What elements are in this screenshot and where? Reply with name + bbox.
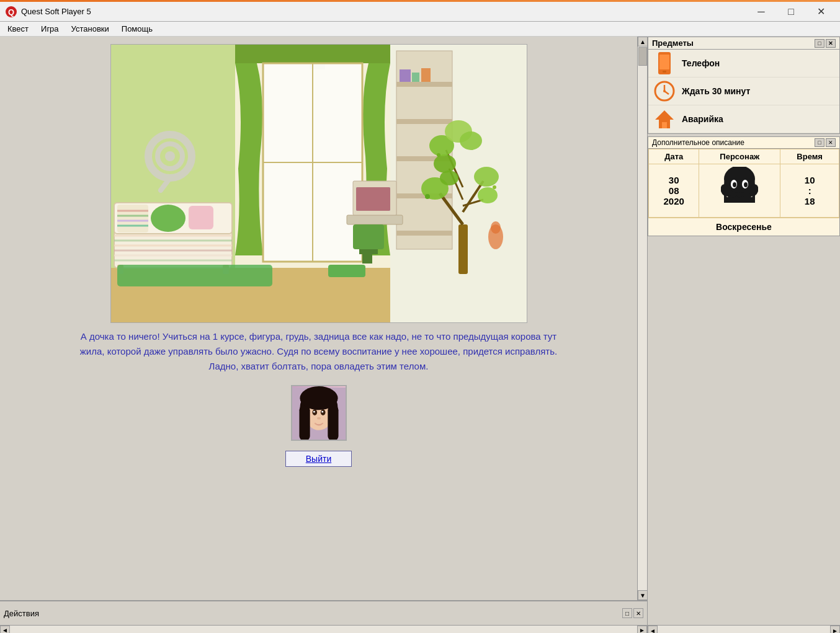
menu-bar: Квест Игра Установки Помощь [0,22,840,37]
svg-rect-67 [362,254,367,263]
game-description: А дочка то ничего! Учиться на 1 курсе, ф… [71,329,567,374]
title-left: Q Quest Soft Player 5 [5,6,91,18]
day-of-week: Воскресенье [648,218,839,236]
scroll-track[interactable] [638,46,647,590]
svg-rect-93 [662,122,667,128]
room-scene-image [110,44,527,323]
actions-minimize-btn[interactable]: □ [622,608,632,618]
title-controls: ─ □ ✕ [747,2,835,22]
main-layout: А дочка то ничего! Учиться на 1 курсе, ф… [0,37,840,633]
desc-panel-header: Дополнительное описание □ ✕ [648,137,839,149]
time-value-cell: 10 : 18 [780,164,839,218]
svg-point-31 [434,154,456,173]
character-portrait[interactable] [291,385,347,441]
svg-rect-19 [396,231,452,236]
svg-rect-69 [328,265,365,277]
actions-label: Действия [4,609,39,618]
scroll-up-arrow[interactable]: ▲ [638,37,647,46]
actions-panel-controls: □ ✕ [622,608,643,618]
sidebar-hscroll-track[interactable] [658,626,830,633]
time-column-header: Время [780,149,839,164]
main-scrollbar: ▲ ▼ [637,37,647,600]
svg-point-98 [733,182,736,187]
items-panel-header: Предметы □ ✕ [648,37,839,50]
svg-point-91 [663,90,666,92]
svg-rect-23 [458,224,468,274]
desc-panel: Дополнительное описание □ ✕ Дата Персона… [648,136,840,236]
time-hour: 10 [805,175,815,185]
svg-point-99 [744,182,748,187]
scroll-right-arrow[interactable]: ► [637,626,647,634]
exit-button[interactable]: Выйти [285,451,352,467]
actions-close-btn[interactable]: ✕ [633,608,643,618]
svg-point-36 [440,170,458,185]
bottom-scrollbar: ◄ ► [0,625,647,633]
title-bar: Q Quest Soft Player 5 ─ □ ✕ [0,2,840,22]
svg-point-38 [493,185,496,189]
svg-point-81 [317,417,321,420]
right-sidebar: Предметы □ ✕ Телефон [648,37,840,633]
svg-point-39 [437,153,440,157]
close-button[interactable]: ✕ [806,2,835,22]
svg-point-79 [313,411,315,413]
menu-quest[interactable]: Квест [2,23,34,35]
svg-rect-68 [367,254,372,263]
svg-rect-86 [659,55,669,69]
room-svg [111,45,527,323]
desc-table: Дата Персонаж Время 30 08 2020 [648,149,839,218]
svg-rect-82 [299,405,310,441]
menu-settings[interactable]: Установки [66,23,114,35]
desc-header-controls: □ ✕ [815,138,836,147]
time-minute: 18 [805,196,815,206]
items-minimize-btn[interactable]: □ [815,39,824,48]
svg-point-58 [151,205,185,232]
app-title: Quest Soft Player 5 [21,7,91,16]
svg-point-30 [474,167,499,187]
svg-point-41 [491,221,501,234]
svg-rect-59 [189,206,213,229]
emergency-item-name: Аварийка [682,114,723,124]
actions-panel: Действия □ ✕ [0,600,647,625]
svg-rect-61 [347,215,403,224]
menu-help[interactable]: Помощь [117,23,158,35]
clock-icon [653,80,676,102]
inventory-item-phone[interactable]: Телефон [648,50,839,77]
menu-game[interactable]: Игра [36,23,64,35]
svg-rect-16 [396,119,452,124]
desc-minimize-btn[interactable]: □ [815,138,824,147]
date-day: 30 [669,175,679,185]
items-header-controls: □ ✕ [815,39,836,48]
scroll-thumb[interactable] [638,47,647,66]
svg-rect-87 [663,71,666,73]
svg-rect-20 [400,69,411,82]
items-close-btn[interactable]: ✕ [826,39,836,48]
date-year: 2020 [664,196,684,206]
time-separator: : [808,185,811,196]
game-content: А дочка то ничего! Учиться на 1 курсе, ф… [0,37,637,526]
svg-rect-64 [356,187,390,211]
svg-point-72 [165,151,175,161]
svg-rect-53 [117,205,148,232]
items-panel-title: Предметы [652,38,694,48]
game-scroll-area[interactable]: А дочка то ничего! Учиться на 1 курсе, ф… [0,37,637,600]
desc-close-btn[interactable]: ✕ [826,138,836,147]
scroll-left-arrow[interactable]: ◄ [0,626,10,634]
minimize-button[interactable]: ─ [747,2,775,22]
inventory-item-wait[interactable]: Ждать 30 минут [648,77,839,105]
sidebar-scroll-left[interactable]: ◄ [648,626,658,633]
svg-rect-15 [396,82,452,87]
svg-point-84 [300,386,337,410]
hscroll-track[interactable] [10,626,637,633]
inventory-item-emergency[interactable]: Аварийка [648,105,839,133]
scroll-down-arrow[interactable]: ▼ [638,590,647,600]
items-panel: Предметы □ ✕ Телефон [648,37,840,134]
phone-item-name: Телефон [682,58,720,68]
sidebar-scroll-right[interactable]: ► [830,626,840,633]
content-area: А дочка то ничего! Учиться на 1 курсе, ф… [0,37,648,633]
svg-rect-22 [421,68,431,82]
maximize-button[interactable]: □ [777,2,805,22]
date-value-cell: 30 08 2020 [649,164,699,218]
svg-rect-21 [412,73,419,82]
svg-rect-65 [353,224,384,249]
svg-point-32 [478,187,498,203]
